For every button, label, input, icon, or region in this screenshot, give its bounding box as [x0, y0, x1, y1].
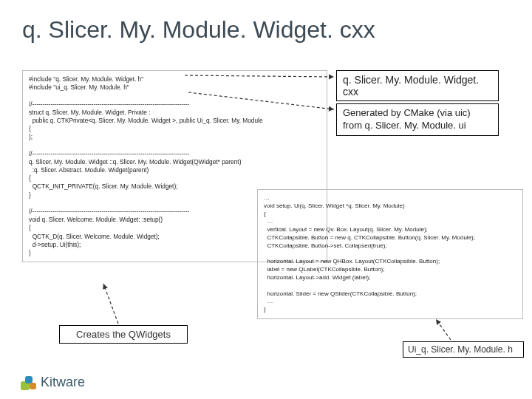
- kitware-logo-icon: [21, 374, 37, 390]
- kitware-logo: Kitware: [21, 374, 85, 390]
- kitware-logo-text: Kitware: [41, 375, 85, 390]
- label-generated-by-cmake: Generated by CMake (via uic) from q. Sli…: [336, 103, 499, 136]
- generated-code-listing: … void setup. Ui(q. Slicer. Widget *q. S…: [257, 189, 523, 319]
- label-cxx-file: q. Slicer. My. Module. Widget. cxx: [336, 70, 499, 101]
- label-ui-header-file: Ui_q. Slicer. My. Module. h: [403, 341, 524, 358]
- svg-line-2: [103, 284, 118, 324]
- slide-title: q. Slicer. My. Module. Widget. cxx: [22, 16, 375, 44]
- svg-line-3: [436, 319, 451, 340]
- callout-creates-qwidgets: Creates the QWidgets: [59, 325, 188, 344]
